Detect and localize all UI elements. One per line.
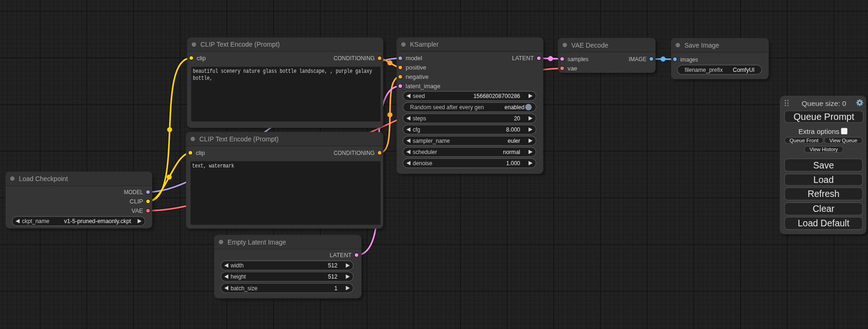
svg-text:MODEL: MODEL	[124, 189, 143, 196]
svg-text:denoise: denoise	[413, 160, 432, 167]
svg-text:clip: clip	[196, 149, 205, 156]
svg-text:KSampler: KSampler	[410, 41, 439, 48]
svg-text:sampler_name: sampler_name	[413, 138, 450, 144]
svg-text:Load Checkpoint: Load Checkpoint	[19, 175, 68, 182]
svg-text:images: images	[680, 56, 698, 63]
svg-text:Empty Latent Image: Empty Latent Image	[227, 238, 286, 246]
svg-text:Extra options: Extra options	[798, 127, 840, 135]
svg-text:View Queue: View Queue	[829, 138, 857, 143]
svg-text:text, watermark: text, watermark	[192, 163, 234, 169]
svg-text:beautiful scenery nature glass: beautiful scenery nature glass bottle la…	[193, 68, 372, 75]
svg-text:512: 512	[328, 262, 338, 269]
svg-text:ckpt_name: ckpt_name	[22, 218, 49, 224]
svg-text:Refresh: Refresh	[808, 189, 840, 199]
svg-text:CLIP Text Encode (Prompt): CLIP Text Encode (Prompt)	[199, 135, 279, 143]
svg-text:clip: clip	[197, 55, 206, 62]
svg-text:cfg: cfg	[413, 126, 420, 133]
svg-text:8.000: 8.000	[506, 126, 520, 133]
svg-text:steps: steps	[413, 115, 426, 122]
svg-text:filename_prefix: filename_prefix	[685, 67, 723, 73]
svg-text:1.000: 1.000	[506, 160, 520, 167]
svg-text:scheduler: scheduler	[413, 149, 437, 155]
svg-text:LATENT: LATENT	[512, 55, 534, 62]
svg-text:Queue size: 0: Queue size: 0	[802, 99, 847, 107]
svg-text:v1-5-pruned-emaonly.ckpt: v1-5-pruned-emaonly.ckpt	[64, 218, 131, 224]
svg-text:CONDITIONING: CONDITIONING	[334, 55, 375, 62]
svg-text:positive: positive	[406, 64, 426, 71]
svg-text:Random seed after every gen: Random seed after every gen	[410, 104, 484, 111]
svg-text:156680208700286: 156680208700286	[473, 93, 520, 99]
svg-text:512: 512	[328, 273, 338, 280]
svg-text:View History: View History	[810, 147, 838, 152]
svg-text:CONDITIONING: CONDITIONING	[334, 149, 375, 156]
svg-text:IMAGE: IMAGE	[629, 56, 647, 63]
svg-text:latent_image: latent_image	[406, 83, 440, 90]
svg-text:batch_size: batch_size	[231, 285, 258, 292]
svg-text:enabled: enabled	[505, 104, 525, 111]
svg-text:20: 20	[514, 115, 521, 122]
svg-text:Clear: Clear	[812, 203, 834, 214]
svg-text:euler: euler	[508, 138, 520, 144]
svg-text:samples: samples	[567, 56, 588, 63]
svg-text:VAE Decode: VAE Decode	[572, 42, 608, 49]
svg-text:CLIP: CLIP	[130, 198, 143, 205]
svg-text:normal: normal	[503, 149, 520, 155]
svg-text:width: width	[230, 262, 244, 269]
svg-text:negative: negative	[406, 73, 429, 80]
svg-text:model: model	[406, 55, 423, 62]
svg-text:CLIP Text Encode (Prompt): CLIP Text Encode (Prompt)	[200, 41, 280, 48]
svg-text:ComfyUI: ComfyUI	[733, 67, 755, 73]
svg-text:Save: Save	[813, 160, 834, 170]
svg-text:bottle,: bottle,	[193, 75, 212, 82]
svg-text:seed: seed	[413, 93, 425, 99]
svg-text:Queue Prompt: Queue Prompt	[793, 112, 854, 122]
svg-text:1: 1	[334, 285, 338, 292]
svg-text:Load: Load	[813, 175, 833, 185]
svg-text:VAE: VAE	[131, 207, 143, 214]
svg-text:Save Image: Save Image	[685, 42, 720, 49]
svg-text:vae: vae	[567, 65, 577, 72]
svg-text:height: height	[231, 273, 246, 280]
svg-text:LATENT: LATENT	[330, 252, 352, 259]
svg-text:Load Default: Load Default	[798, 218, 850, 228]
svg-text:Queue Front: Queue Front	[790, 138, 819, 143]
